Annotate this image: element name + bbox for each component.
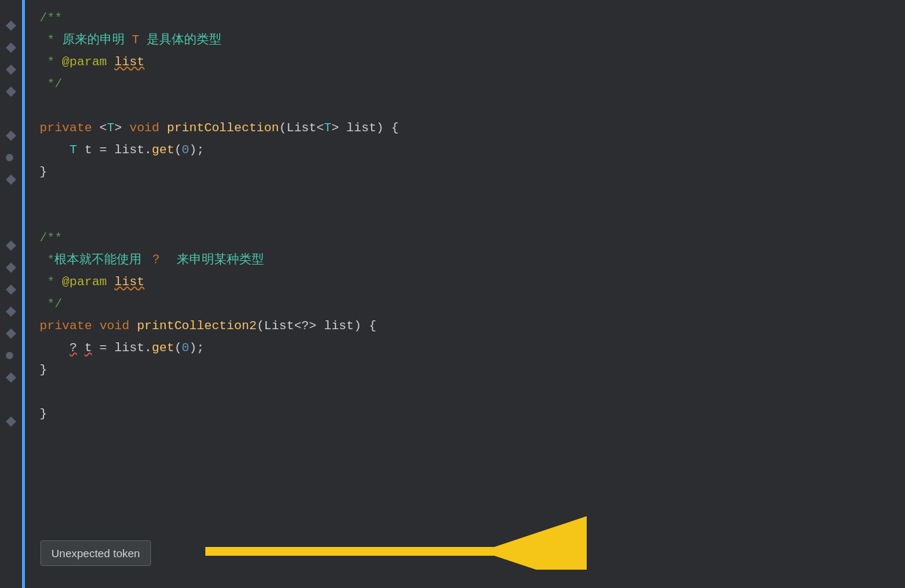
code-line-19: }: [40, 403, 890, 425]
code-token: >: [309, 315, 316, 337]
gutter-icon-4: [6, 87, 16, 97]
code-token: (: [175, 337, 182, 359]
gutter-icon-12: [6, 262, 16, 273]
code-token: List: [287, 117, 317, 139]
code-token: *: [40, 249, 54, 271]
code-token: */: [40, 73, 62, 95]
gutter-icon-13: [6, 284, 16, 295]
code-line-16: ? t = list.get(0);: [40, 337, 890, 359]
code-token: */: [40, 293, 62, 315]
code-token: void: [129, 117, 159, 139]
gutter-icon-1: [6, 21, 16, 31]
code-token: [159, 117, 166, 139]
code-token: printCollection2: [137, 315, 257, 337]
code-token: T: [70, 139, 77, 161]
code-token: printCollection: [166, 117, 279, 139]
code-token: @param: [62, 271, 107, 293]
tooltip-container: Unexpected token: [40, 540, 151, 566]
code-token: private: [40, 117, 92, 139]
gutter-icon-15: [6, 328, 16, 339]
code-token: (: [175, 139, 182, 161]
gutter-icon-2: [6, 43, 16, 53]
gutter-icon-8: [6, 174, 16, 185]
code-token: }: [40, 359, 47, 381]
gutter-icon-16: [6, 352, 13, 359]
code-token: void: [100, 315, 130, 337]
code-line-4: */: [40, 73, 890, 95]
code-token: t: [84, 337, 92, 359]
code-token: ？: [150, 249, 162, 271]
code-token: [107, 271, 114, 293]
editor-container: /** * 原来的申明 T 是具体的类型 * @param list */ pr…: [0, 0, 905, 588]
code-token: *: [40, 51, 62, 73]
code-token-question: ?: [70, 337, 77, 359]
code-token: [40, 139, 70, 161]
code-token: 0: [182, 337, 189, 359]
code-token: [107, 51, 114, 73]
code-line-11: /**: [40, 227, 890, 249]
code-token: (: [257, 315, 264, 337]
code-editor[interactable]: /** * 原来的申明 T 是具体的类型 * @param list */ pr…: [25, 0, 905, 588]
code-token: get: [152, 337, 175, 359]
code-token: (: [279, 117, 286, 139]
code-token: list: [114, 51, 144, 73]
gutter-icon-3: [6, 65, 16, 75]
error-tooltip: Unexpected token: [40, 540, 151, 566]
gutter-icon-7: [6, 154, 13, 161]
code-line-17: }: [40, 359, 890, 381]
code-token: <: [294, 315, 301, 337]
code-token: T: [107, 117, 114, 139]
code-token: }: [40, 403, 47, 425]
code-token: t = list.: [77, 139, 152, 161]
code-token: private: [40, 315, 92, 337]
code-token: >: [114, 117, 129, 139]
code-line-5: [40, 95, 890, 117]
code-line-6: private <T> void printCollection(List<T>…: [40, 117, 890, 139]
code-token: /**: [40, 7, 62, 29]
code-token: 是具体的类型: [139, 29, 221, 51]
gutter: [0, 0, 22, 588]
gutter-icon-17: [6, 372, 16, 383]
code-line-8: }: [40, 161, 890, 183]
code-token: );: [189, 337, 204, 359]
gutter-icons: [6, 7, 22, 433]
code-line-1: /**: [40, 7, 890, 29]
code-token: T: [132, 29, 139, 51]
code-line-13: * @param list: [40, 271, 890, 293]
error-arrow: [147, 511, 623, 570]
code-token: [77, 337, 84, 359]
tooltip-text: Unexpected token: [51, 547, 140, 559]
gutter-icon-6: [6, 131, 16, 141]
code-token: /**: [40, 227, 62, 249]
code-token: ?: [301, 315, 309, 337]
code-token: > list) {: [331, 117, 399, 139]
gutter-icon-11: [6, 240, 16, 251]
code-token: 原来的申明: [62, 29, 132, 51]
code-token: );: [189, 139, 204, 161]
code-token: [129, 315, 136, 337]
code-token: [92, 315, 99, 337]
code-token: 来申明某种类型: [162, 249, 264, 271]
code-line-15: private void printCollection2(List<?> li…: [40, 315, 890, 337]
code-token: get: [152, 139, 175, 161]
code-token: 0: [182, 139, 189, 161]
code-line-14: */: [40, 293, 890, 315]
code-line-3: * @param list: [40, 51, 890, 73]
code-token: }: [40, 161, 47, 183]
code-token: *: [40, 29, 62, 51]
code-line-10: [40, 205, 890, 227]
code-line-12: *根本就不能使用 ？ 来申明某种类型: [40, 249, 890, 271]
gutter-icon-19: [6, 416, 16, 427]
code-token: [40, 337, 70, 359]
code-token: @param: [62, 51, 107, 73]
code-line-18: [40, 381, 890, 403]
gutter-icon-14: [6, 306, 16, 317]
code-token: = list.: [92, 337, 152, 359]
code-token: List: [264, 315, 294, 337]
code-token: <: [92, 117, 106, 139]
code-token: list) {: [317, 315, 377, 337]
code-token: list: [114, 271, 144, 293]
code-token: T: [324, 117, 331, 139]
code-token: <: [317, 117, 324, 139]
code-line-2: * 原来的申明 T 是具体的类型: [40, 29, 890, 51]
